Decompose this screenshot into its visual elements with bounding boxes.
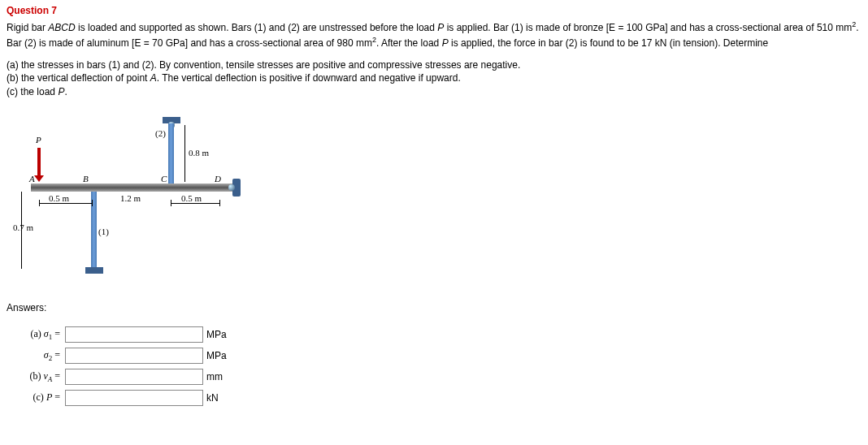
dim-line-0-8m	[184, 125, 185, 182]
label-B: B	[83, 174, 89, 184]
label-bar2: (2)	[155, 128, 166, 138]
sigma2-input[interactable]	[65, 348, 203, 364]
dim-0-7m: 0.7 m	[13, 222, 33, 232]
dim-0-5m-a: 0.5 m	[49, 193, 69, 203]
answer-label: σ2 =	[7, 349, 65, 362]
answer-label: (a) σ1 =	[7, 328, 65, 341]
dim-0-8m: 0.8 m	[189, 148, 209, 158]
answer-row-sigma2: σ2 = MPa	[7, 348, 861, 364]
unit-label: MPa	[203, 350, 227, 361]
dim-1-2m: 1.2 m	[120, 193, 141, 203]
unit-label: MPa	[203, 329, 227, 340]
figure: P A B C D (1) (2) 0.5 m 1.2 m 0.5 m 0.7 …	[7, 109, 267, 287]
rigid-bar	[31, 184, 234, 192]
bottom-support	[85, 267, 103, 274]
label-C: C	[161, 174, 167, 184]
dim-line-ab	[39, 203, 92, 204]
answer-row-sigma1: (a) σ1 = MPa	[7, 326, 861, 343]
bar-2	[168, 123, 174, 184]
dim-line-cd	[171, 203, 219, 204]
answers-header: Answers:	[7, 302, 861, 313]
p-input[interactable]	[65, 390, 203, 406]
label-P: P	[36, 135, 41, 145]
va-input[interactable]	[65, 369, 203, 385]
label-D: D	[215, 174, 221, 184]
label-A: A	[29, 174, 35, 184]
question-header: Question 7	[7, 5, 861, 16]
load-arrow	[37, 148, 41, 177]
pin-d	[228, 184, 235, 191]
problem-statement: Rigid bar ABCD is loaded and supported a…	[7, 19, 861, 50]
sigma1-input[interactable]	[65, 326, 203, 343]
unit-label: mm	[203, 371, 223, 382]
problem-parts: (a) the stresses in bars (1) and (2). By…	[7, 58, 861, 99]
answer-row-va: (b) vA = mm	[7, 369, 861, 385]
answer-row-p: (c) P = kN	[7, 390, 861, 406]
answer-label: (c) P =	[7, 391, 65, 404]
unit-label: kN	[203, 392, 219, 404]
label-bar1: (1)	[98, 227, 109, 236]
answer-label: (b) vA =	[7, 370, 65, 383]
dim-0-5m-b: 0.5 m	[181, 193, 202, 203]
